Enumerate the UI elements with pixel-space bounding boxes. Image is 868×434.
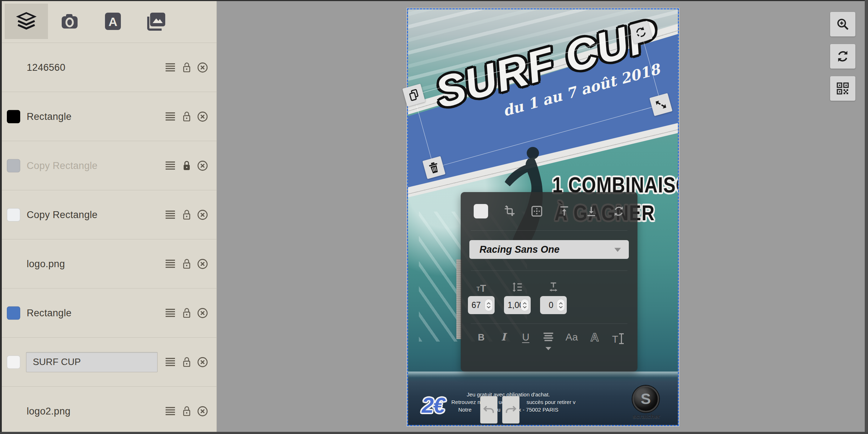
lock-open-icon[interactable] <box>182 111 192 122</box>
redo-icon <box>505 404 517 415</box>
layer-color-swatch[interactable] <box>7 208 20 221</box>
letter-spacing-field[interactable]: 0 <box>540 296 567 314</box>
lock-open-icon[interactable] <box>182 209 192 220</box>
delete-icon[interactable] <box>197 405 208 417</box>
align-bottom-icon[interactable] <box>586 205 597 217</box>
delete-icon[interactable] <box>197 160 208 171</box>
layer-row[interactable]: Rectangle <box>0 92 216 141</box>
layer-color-swatch[interactable] <box>7 159 20 172</box>
fill-color-swatch[interactable] <box>474 204 488 218</box>
underline-button[interactable]: U <box>520 332 531 343</box>
text-case-button[interactable]: Aa <box>566 332 578 343</box>
type-metrics-row: TT 67 1,00 <box>461 271 637 314</box>
lock-closed-icon[interactable] <box>182 160 192 171</box>
layer-color-swatch[interactable] <box>7 355 20 369</box>
tab-layers[interactable] <box>5 4 48 39</box>
tab-images[interactable] <box>135 4 178 39</box>
scratcher-logo-circle: S <box>632 386 659 412</box>
delete-icon[interactable] <box>197 62 208 73</box>
menu-icon[interactable] <box>164 112 176 121</box>
lock-open-icon[interactable] <box>182 62 192 73</box>
delete-icon[interactable] <box>197 111 208 122</box>
resize-arrows-icon <box>654 98 668 111</box>
layer-name: Rectangle <box>27 307 71 318</box>
price-label[interactable]: 2€ <box>422 393 444 418</box>
refresh-icon[interactable] <box>613 205 624 217</box>
text-cursor-icon <box>621 333 622 344</box>
layer-color-swatch[interactable] <box>7 110 20 123</box>
font-family-dropdown[interactable]: Racing Sans One <box>469 240 629 259</box>
qr-code-icon <box>836 82 849 95</box>
layer-name-input[interactable] <box>26 352 158 372</box>
layer-row[interactable]: 1246560 <box>0 43 216 92</box>
line-height-stepper: 1,00 <box>504 279 531 314</box>
scratcher-logo-initial: S <box>641 390 651 408</box>
letter-spacing-spin-buttons[interactable] <box>557 299 565 311</box>
menu-icon[interactable] <box>164 407 176 416</box>
undo-button[interactable] <box>480 396 497 424</box>
window-edge-right <box>865 0 868 434</box>
lock-open-icon[interactable] <box>182 406 192 417</box>
tab-text[interactable]: A <box>91 4 135 39</box>
line-height-icon <box>504 279 531 292</box>
letter-spacing-value: 0 <box>549 300 553 310</box>
image-icon <box>146 11 167 32</box>
font-size-stepper: TT 67 <box>468 279 495 314</box>
font-family-value: Racing Sans One <box>479 244 560 255</box>
sync-icon <box>836 50 849 63</box>
layer-row[interactable]: Copy Rectangle <box>0 190 216 239</box>
layer-row-locked[interactable]: Copy Rectangle <box>0 141 216 190</box>
qr-code-button[interactable] <box>830 76 855 101</box>
layer-name: 1246560 <box>27 62 65 73</box>
delete-icon[interactable] <box>197 356 208 368</box>
layer-color-swatch[interactable] <box>7 306 20 320</box>
menu-icon[interactable] <box>164 161 176 170</box>
panel-divider <box>471 230 627 231</box>
menu-icon[interactable] <box>164 308 176 318</box>
refresh-canvas-button[interactable] <box>830 44 855 69</box>
crop-icon[interactable] <box>504 205 516 217</box>
text-properties-panel: Racing Sans One TT 67 <box>461 192 637 372</box>
scratcher-logo-label: scratcher <box>632 413 661 420</box>
layer-row[interactable]: logo.png <box>0 239 216 288</box>
text-format-row: B I U Aa A T <box>461 324 637 345</box>
layers-icon <box>16 12 36 31</box>
layer-row[interactable]: logo2.png <box>0 386 216 434</box>
copy-icon <box>407 88 420 102</box>
line-height-field[interactable]: 1,00 <box>504 296 531 314</box>
tab-camera[interactable] <box>48 4 91 39</box>
redo-button[interactable] <box>502 396 520 424</box>
zoom-in-button[interactable] <box>830 12 855 36</box>
font-size-field[interactable]: 67 <box>468 296 495 314</box>
menu-icon[interactable] <box>164 63 176 72</box>
menu-icon[interactable] <box>164 357 176 367</box>
text-outline-button[interactable]: A <box>589 332 600 343</box>
align-lines-icon <box>543 332 554 342</box>
menu-icon[interactable] <box>164 210 176 220</box>
menu-icon[interactable] <box>164 259 176 269</box>
line-height-spin-buttons[interactable] <box>521 299 529 311</box>
text-align-button[interactable] <box>543 332 554 344</box>
align-top-icon[interactable] <box>558 205 570 217</box>
position-grid-icon[interactable] <box>531 205 543 217</box>
magnifier-plus-icon <box>836 18 849 31</box>
chevron-down-icon <box>545 347 551 350</box>
layer-name: logo2.png <box>27 405 70 417</box>
letter-spacing-icon <box>540 279 567 292</box>
scratcher-logo: S scratcher <box>632 386 661 420</box>
lock-open-icon[interactable] <box>182 357 192 368</box>
delete-icon[interactable] <box>197 307 208 318</box>
text-insert-button[interactable]: T <box>611 332 622 345</box>
trash-icon <box>427 161 440 175</box>
delete-icon[interactable] <box>197 209 208 220</box>
bold-button[interactable]: B <box>476 332 487 343</box>
font-size-spin-buttons[interactable] <box>485 299 493 311</box>
layer-row-text[interactable] <box>0 337 216 386</box>
chevron-down-icon <box>614 248 621 252</box>
layer-row[interactable]: Rectangle <box>0 288 216 337</box>
italic-button[interactable]: I <box>498 332 509 343</box>
lock-open-icon[interactable] <box>182 259 192 269</box>
sidebar-tab-bar: A <box>0 0 216 43</box>
delete-icon[interactable] <box>197 258 208 269</box>
lock-open-icon[interactable] <box>182 308 192 318</box>
